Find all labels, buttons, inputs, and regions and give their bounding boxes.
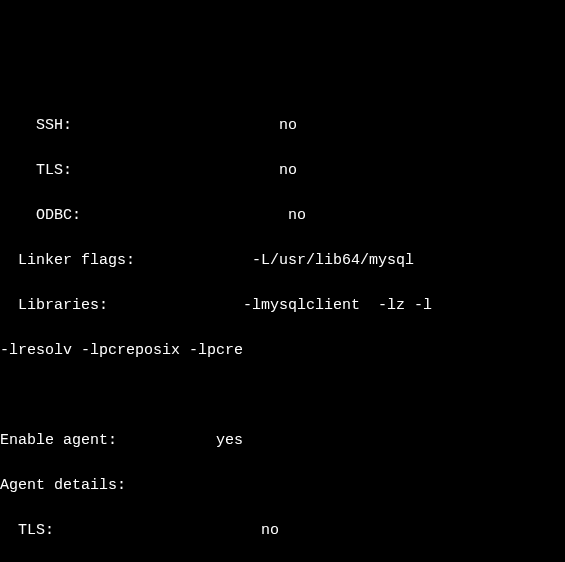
agent-tls: TLS: no xyxy=(0,520,565,543)
config-ssh: SSH: no xyxy=(0,115,565,138)
config-libraries-wrap: -lresolv -lpcreposix -lpcre xyxy=(0,340,565,363)
config-linker-flags: Linker flags: -L/usr/lib64/mysql xyxy=(0,250,565,273)
agent-details-header: Agent details: xyxy=(0,475,565,498)
enable-agent: Enable agent: yes xyxy=(0,430,565,453)
config-libraries: Libraries: -lmysqlclient -lz -l xyxy=(0,295,565,318)
blank-line xyxy=(0,385,565,408)
config-odbc: ODBC: no xyxy=(0,205,565,228)
config-tls: TLS: no xyxy=(0,160,565,183)
terminal-output: SSH: no TLS: no ODBC: no Linker flags: -… xyxy=(0,90,565,562)
